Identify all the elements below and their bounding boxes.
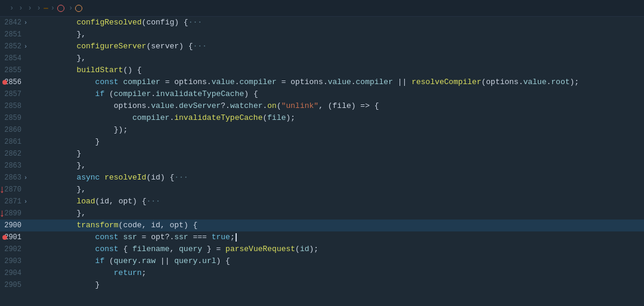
code-line: 2901const ssr = opt?.ssr === true; bbox=[0, 231, 644, 243]
token-prop: compiler bbox=[356, 76, 393, 88]
fold-arrow bbox=[21, 184, 30, 196]
token-punct: ( bbox=[119, 220, 123, 231]
token-var: query bbox=[179, 243, 202, 255]
code-content: const { filename, query } = parseVueRequ… bbox=[35, 243, 644, 255]
token-prop: value bbox=[212, 76, 235, 88]
token-op: . bbox=[151, 88, 156, 100]
token-op: . bbox=[546, 76, 551, 88]
token-op: || bbox=[393, 76, 411, 88]
code-line: 2902const { filename, query } = parseVue… bbox=[0, 243, 644, 255]
fold-arrow bbox=[21, 124, 30, 136]
token-punct: } bbox=[76, 148, 81, 160]
token-var: id bbox=[300, 243, 309, 255]
line-gutter: 2856 bbox=[0, 76, 35, 88]
code-content: }, bbox=[35, 208, 644, 220]
token-op: . bbox=[351, 76, 356, 88]
line-gutter: 2860 bbox=[0, 124, 35, 136]
line-number: 2858 bbox=[2, 102, 21, 110]
line-number: 2871 bbox=[2, 197, 21, 206]
token-kw: async bbox=[76, 172, 104, 184]
line-gutter: 2863 bbox=[0, 160, 35, 172]
token-op: . bbox=[207, 76, 212, 88]
token-method: invalidateTypeCache bbox=[174, 112, 262, 124]
breadcrumb-file[interactable] bbox=[44, 8, 48, 9]
token-op: . bbox=[169, 112, 174, 124]
token-prop: invalidateTypeCache bbox=[156, 88, 244, 100]
token-op: . bbox=[174, 100, 179, 112]
fold-arrow bbox=[21, 29, 30, 41]
text-cursor bbox=[236, 233, 237, 242]
code-line: 2871›load(id, opt) {··· bbox=[0, 196, 644, 208]
line-gutter: 2903 bbox=[0, 255, 35, 267]
token-op: = bbox=[160, 76, 174, 88]
token-var: ssr bbox=[123, 231, 137, 243]
token-punct: ( bbox=[95, 196, 100, 208]
line-gutter: 2871› bbox=[0, 196, 35, 208]
breadcrumb-vue-plugin[interactable] bbox=[57, 5, 66, 12]
token-var: compiler bbox=[114, 88, 151, 100]
line-number: 2905 bbox=[2, 281, 21, 289]
token-plain: options bbox=[290, 76, 323, 88]
code-content: options.value.devServer?.watcher.on("unl… bbox=[35, 100, 644, 112]
token-comment: ··· bbox=[188, 17, 202, 29]
token-bool: true bbox=[212, 231, 230, 243]
fold-arrow bbox=[21, 100, 30, 112]
line-number: 2852 bbox=[2, 42, 21, 51]
token-kw: const bbox=[95, 231, 123, 243]
token-punct: , bbox=[160, 220, 170, 231]
line-number: 2859 bbox=[2, 114, 21, 122]
fold-arrow[interactable]: › bbox=[21, 172, 30, 184]
token-punct: ) { bbox=[174, 17, 188, 29]
line-number: 2863 bbox=[2, 174, 21, 182]
token-punct: } = bbox=[202, 243, 225, 255]
fold-arrow bbox=[21, 243, 30, 255]
line-number: 2857 bbox=[2, 90, 21, 98]
fold-arrow bbox=[21, 76, 30, 88]
token-punct: ; bbox=[142, 267, 147, 279]
fold-arrow[interactable]: › bbox=[21, 196, 30, 208]
line-gutter: 2857 bbox=[0, 88, 35, 100]
token-var: query bbox=[174, 255, 197, 267]
token-prop: url bbox=[202, 255, 216, 267]
token-prop: root bbox=[551, 76, 569, 88]
token-plain: opt bbox=[151, 231, 165, 243]
line-number: 2903 bbox=[2, 257, 21, 265]
code-line: 2858options.value.devServer?.watcher.on(… bbox=[0, 100, 644, 112]
code-line: 2857if (compiler.invalidateTypeCache) { bbox=[0, 88, 644, 100]
code-content: return; bbox=[35, 267, 644, 279]
token-punct: }, bbox=[76, 52, 86, 64]
token-var: compiler bbox=[132, 112, 169, 124]
token-plain: options bbox=[174, 76, 207, 88]
token-punct: ( bbox=[142, 17, 147, 29]
token-param: code bbox=[123, 220, 141, 231]
token-var: query bbox=[114, 255, 137, 267]
fold-arrow[interactable]: › bbox=[21, 41, 30, 52]
token-punct: }, bbox=[76, 208, 86, 220]
code-line: 2863›async resolveId(id) {··· bbox=[0, 172, 644, 184]
line-gutter: 2861 bbox=[0, 136, 35, 148]
code-content: }, bbox=[35, 184, 644, 196]
code-content: } bbox=[35, 279, 644, 291]
token-op: . bbox=[519, 76, 524, 88]
token-prop: value bbox=[523, 76, 546, 88]
breadcrumb-transform[interactable] bbox=[75, 5, 84, 12]
token-op: ?. bbox=[221, 100, 230, 112]
fold-arrow[interactable]: › bbox=[21, 17, 30, 29]
code-line: 2851}, bbox=[0, 29, 644, 41]
line-number: 2904 bbox=[2, 269, 21, 277]
fold-arrow bbox=[21, 112, 30, 124]
code-line: 2903if (query.raw || query.url) { bbox=[0, 255, 644, 267]
line-number: 2842 bbox=[2, 18, 21, 27]
line-gutter: 2851 bbox=[0, 29, 35, 41]
token-op: . bbox=[323, 76, 328, 88]
token-punct: ) { bbox=[160, 172, 174, 184]
code-content: compiler.invalidateTypeCache(file); bbox=[35, 112, 644, 124]
code-line: 2856const compiler = options.value.compi… bbox=[0, 76, 644, 88]
code-line: 2852›configureServer(server) {··· bbox=[0, 41, 644, 52]
code-line: 2859compiler.invalidateTypeCache(file); bbox=[0, 112, 644, 124]
token-fn-name: configResolved bbox=[76, 17, 141, 29]
line-gutter: 2863› bbox=[0, 172, 35, 184]
token-fn-name: load bbox=[76, 196, 95, 208]
token-plain: options bbox=[486, 76, 519, 88]
fold-arrow bbox=[21, 220, 30, 231]
